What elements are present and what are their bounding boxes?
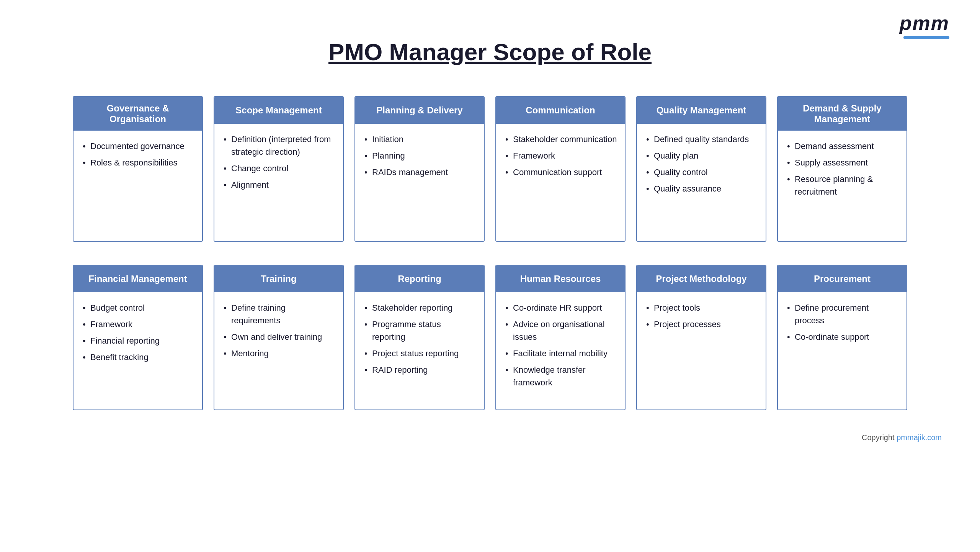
card-header-planning: Planning & Delivery bbox=[355, 97, 484, 124]
card-header-methodology: Project Methodology bbox=[637, 265, 766, 292]
card-body-procurement: Define procurement processCo-ordinate su… bbox=[778, 292, 906, 409]
card-list-procurement: Define procurement processCo-ordinate su… bbox=[786, 301, 899, 343]
list-item: Financial reporting bbox=[81, 334, 194, 347]
list-item: Definition (interpreted from strategic d… bbox=[222, 133, 335, 158]
list-item: Planning bbox=[363, 149, 476, 162]
list-item: Quality control bbox=[645, 166, 758, 179]
row2-cards: Financial ManagementBudget controlFramew… bbox=[31, 265, 949, 410]
list-item: Defined quality standards bbox=[645, 133, 758, 146]
card-body-reporting: Stakeholder reportingProgramme status re… bbox=[355, 292, 484, 409]
list-item: Mentoring bbox=[222, 347, 335, 360]
card-body-hr: Co-ordinate HR supportAdvice on organisa… bbox=[496, 292, 625, 409]
list-item: Stakeholder reporting bbox=[363, 301, 476, 314]
list-item: Supply assessment bbox=[786, 156, 899, 169]
card-list-methodology: Project toolsProject processes bbox=[645, 301, 758, 331]
card-header-hr: Human Resources bbox=[496, 265, 625, 292]
card-body-scope: Definition (interpreted from strategic d… bbox=[214, 124, 343, 241]
logo-text: pmm bbox=[900, 11, 949, 34]
card-header-demand: Demand & Supply Management bbox=[778, 97, 906, 131]
card-list-planning: InitiationPlanningRAIDs management bbox=[363, 133, 476, 179]
card-header-financial: Financial Management bbox=[74, 265, 202, 292]
row1-cards: Governance & OrganisationDocumented gove… bbox=[31, 96, 949, 242]
list-item: Quality plan bbox=[645, 149, 758, 162]
list-item: Budget control bbox=[81, 301, 194, 314]
card-quality: Quality ManagementDefined quality standa… bbox=[636, 96, 766, 242]
card-list-scope: Definition (interpreted from strategic d… bbox=[222, 133, 335, 191]
list-item: Programme status reporting bbox=[363, 318, 476, 343]
list-item: Define procurement process bbox=[786, 301, 899, 327]
card-methodology: Project MethodologyProject toolsProject … bbox=[636, 265, 766, 410]
card-financial: Financial ManagementBudget controlFramew… bbox=[73, 265, 203, 410]
card-list-governance: Documented governanceRoles & responsibil… bbox=[81, 140, 194, 169]
card-body-governance: Documented governanceRoles & responsibil… bbox=[74, 131, 202, 241]
list-item: Define training requirements bbox=[222, 301, 335, 327]
card-scope: Scope ManagementDefinition (interpreted … bbox=[214, 96, 344, 242]
logo-area: pmm bbox=[900, 11, 949, 39]
card-body-financial: Budget controlFrameworkFinancial reporti… bbox=[74, 292, 202, 409]
card-body-demand: Demand assessmentSupply assessmentResour… bbox=[778, 131, 906, 241]
list-item: Resource planning & recruitment bbox=[786, 173, 899, 198]
card-header-communication: Communication bbox=[496, 97, 625, 124]
list-item: Knowledge transfer framework bbox=[504, 364, 617, 389]
card-list-reporting: Stakeholder reportingProgramme status re… bbox=[363, 301, 476, 376]
list-item: Co-ordinate HR support bbox=[504, 301, 617, 314]
list-item: Framework bbox=[504, 149, 617, 162]
card-list-training: Define training requirementsOwn and deli… bbox=[222, 301, 335, 360]
list-item: RAIDs management bbox=[363, 166, 476, 179]
card-header-scope: Scope Management bbox=[214, 97, 343, 124]
card-reporting: ReportingStakeholder reportingProgramme … bbox=[354, 265, 485, 410]
card-header-procurement: Procurement bbox=[778, 265, 906, 292]
list-item: Initiation bbox=[363, 133, 476, 146]
list-item: Documented governance bbox=[81, 140, 194, 152]
card-body-training: Define training requirementsOwn and deli… bbox=[214, 292, 343, 409]
list-item: Advice on organisational issues bbox=[504, 318, 617, 343]
list-item: Facilitate internal mobility bbox=[504, 347, 617, 360]
card-hr: Human ResourcesCo-ordinate HR supportAdv… bbox=[495, 265, 626, 410]
list-item: Demand assessment bbox=[786, 140, 899, 152]
card-header-reporting: Reporting bbox=[355, 265, 484, 292]
card-training: TrainingDefine training requirementsOwn … bbox=[214, 265, 344, 410]
card-list-demand: Demand assessmentSupply assessmentResour… bbox=[786, 140, 899, 198]
list-item: Own and deliver training bbox=[222, 331, 335, 343]
list-item: Alignment bbox=[222, 179, 335, 191]
copyright: Copyright pmmajik.com bbox=[31, 433, 949, 442]
card-list-communication: Stakeholder communicationFrameworkCommun… bbox=[504, 133, 617, 179]
card-planning: Planning & DeliveryInitiationPlanningRAI… bbox=[354, 96, 485, 242]
list-item: Framework bbox=[81, 318, 194, 331]
page-container: pmm PMO Manager Scope of Role Governance… bbox=[0, 0, 980, 552]
list-item: Change control bbox=[222, 162, 335, 175]
page-title: PMO Manager Scope of Role bbox=[31, 38, 949, 66]
copyright-text: Copyright bbox=[862, 433, 897, 442]
list-item: Stakeholder communication bbox=[504, 133, 617, 146]
card-header-quality: Quality Management bbox=[637, 97, 766, 124]
card-body-planning: InitiationPlanningRAIDs management bbox=[355, 124, 484, 241]
card-body-communication: Stakeholder communicationFrameworkCommun… bbox=[496, 124, 625, 241]
list-item: Project processes bbox=[645, 318, 758, 331]
card-list-financial: Budget controlFrameworkFinancial reporti… bbox=[81, 301, 194, 364]
list-item: Project status reporting bbox=[363, 347, 476, 360]
card-body-quality: Defined quality standardsQuality planQua… bbox=[637, 124, 766, 241]
list-item: Benefit tracking bbox=[81, 351, 194, 364]
logo-underline bbox=[903, 36, 949, 39]
list-item: RAID reporting bbox=[363, 364, 476, 376]
card-governance: Governance & OrganisationDocumented gove… bbox=[73, 96, 203, 242]
card-demand: Demand & Supply ManagementDemand assessm… bbox=[777, 96, 907, 242]
card-list-quality: Defined quality standardsQuality planQua… bbox=[645, 133, 758, 195]
card-procurement: ProcurementDefine procurement processCo-… bbox=[777, 265, 907, 410]
list-item: Roles & responsibilities bbox=[81, 156, 194, 169]
list-item: Co-ordinate support bbox=[786, 331, 899, 343]
list-item: Project tools bbox=[645, 301, 758, 314]
card-communication: CommunicationStakeholder communicationFr… bbox=[495, 96, 626, 242]
list-item: Quality assurance bbox=[645, 182, 758, 195]
card-header-governance: Governance & Organisation bbox=[74, 97, 202, 131]
copyright-link[interactable]: pmmajik.com bbox=[897, 433, 942, 442]
card-body-methodology: Project toolsProject processes bbox=[637, 292, 766, 409]
list-item: Communication support bbox=[504, 166, 617, 179]
card-header-training: Training bbox=[214, 265, 343, 292]
card-list-hr: Co-ordinate HR supportAdvice on organisa… bbox=[504, 301, 617, 389]
